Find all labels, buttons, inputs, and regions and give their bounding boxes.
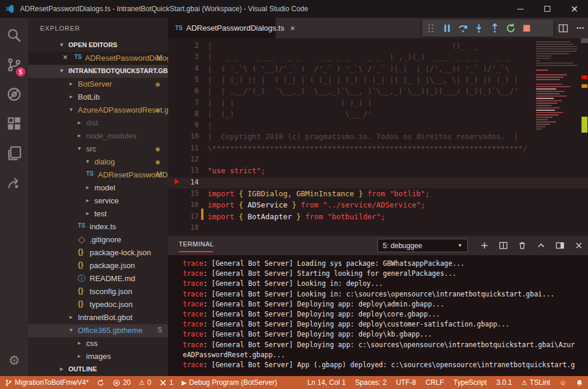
status-ln-14-col-1[interactable]: Ln 14, Col 1 bbox=[307, 378, 346, 387]
title-bar: ADResetPasswordDialogs.ts - IntranetBotQ… bbox=[0, 0, 588, 18]
section-open-editors[interactable]: ▾OPEN EDITORS bbox=[28, 39, 168, 52]
code-text: | Copyright 2018 (c) pragmatismo.io. Tod… bbox=[208, 132, 518, 141]
stop-icon[interactable] bbox=[521, 23, 532, 34]
restart-icon[interactable] bbox=[505, 23, 516, 34]
close-editor-icon[interactable]: ✕ bbox=[63, 54, 68, 61]
modified-dot-icon bbox=[156, 147, 160, 151]
status-crlf[interactable]: CRLF bbox=[425, 378, 444, 387]
minimap-row bbox=[536, 119, 548, 120]
status-label: TSLint bbox=[530, 378, 550, 387]
tree-item-node-modules[interactable]: ▸node_modules bbox=[28, 130, 168, 143]
settings-gear-icon[interactable]: ⚙ bbox=[0, 350, 28, 371]
add-icon[interactable] bbox=[480, 241, 489, 250]
minimap[interactable] bbox=[534, 38, 581, 236]
pause-icon[interactable] bbox=[442, 23, 452, 34]
open-editor-item[interactable]: ✕TSADResetPasswordDialog...M bbox=[28, 52, 168, 65]
status-bell[interactable] bbox=[576, 379, 583, 387]
status-error-circle[interactable]: 20 bbox=[113, 378, 130, 387]
status-spaces-2[interactable]: Spaces: 2 bbox=[355, 378, 386, 387]
panel-actions bbox=[480, 236, 583, 255]
status-smiley[interactable]: ☺ bbox=[560, 379, 566, 386]
tree-item-azureadpasswordreset-gba-[interactable]: ▾AzureADPasswordReset.gba... bbox=[28, 104, 168, 117]
code-editor[interactable]: 2| ()_ _3| _ _ _ __ _ _ _ _ _ _ _ _ | ,_… bbox=[168, 38, 588, 236]
status-play[interactable]: ▶Debug Program (BotServer) bbox=[182, 378, 277, 387]
tree-item-botlib[interactable]: ▸BotLib bbox=[28, 91, 168, 104]
step-over-icon[interactable] bbox=[458, 23, 468, 34]
tree-item-package-lock-json[interactable]: {}package-lock.json bbox=[28, 246, 168, 259]
terminal-tab-underline bbox=[179, 251, 213, 252]
close-panel-icon[interactable] bbox=[574, 241, 583, 250]
status-sync[interactable] bbox=[97, 379, 104, 387]
tree-item-tsconfig-json[interactable]: {}tsconfig.json bbox=[28, 285, 168, 298]
terminal-output[interactable]: trace: [General Bot Server] Loading sys … bbox=[183, 259, 588, 376]
activity-search-icon[interactable] bbox=[0, 22, 28, 48]
more-actions-icon[interactable]: ••• bbox=[576, 25, 584, 31]
code-text: | | ,__/'(_) `\__,_) `\__,_)`\__, )`\__,… bbox=[208, 87, 518, 95]
tree-item--gitignore[interactable]: .gitignore bbox=[28, 233, 168, 246]
scrollbar-thumb[interactable] bbox=[581, 38, 588, 43]
item-label: service bbox=[94, 196, 119, 205]
maximize-button[interactable] bbox=[534, 0, 561, 18]
tree-item-package-json[interactable]: {}package.json bbox=[28, 259, 168, 272]
chevron-right-icon: ▸ bbox=[70, 314, 73, 320]
terminal-tab[interactable]: TERMINAL bbox=[179, 240, 214, 248]
activity-source-control-icon[interactable]: 5 bbox=[0, 52, 28, 78]
status-typescript[interactable]: TypeScript bbox=[454, 378, 487, 387]
code-line-14: 14 bbox=[168, 177, 588, 189]
terminal-select[interactable]: 5: debuggee ▼ bbox=[377, 239, 468, 252]
minimap-row bbox=[536, 98, 554, 99]
tree-item-model[interactable]: ▸model bbox=[28, 182, 168, 194]
activity-extensions-icon[interactable] bbox=[0, 111, 28, 137]
ruler-mark bbox=[582, 117, 587, 133]
terminal-line: trace: [General Bot Server] Deploying ap… bbox=[183, 310, 588, 320]
tree-item-images[interactable]: ▸images bbox=[28, 350, 168, 363]
code-line-5: 5| | (_) )| | ( (_| | ( (_| | (_) ( (_| … bbox=[168, 75, 588, 86]
close-button[interactable]: ✕ bbox=[561, 0, 588, 18]
tree-item-dialog[interactable]: ▾dialog bbox=[28, 156, 168, 169]
modified-dot-icon bbox=[156, 83, 160, 87]
status-warning[interactable]: ⚠TSLint bbox=[521, 378, 550, 387]
split-terminal-icon[interactable] bbox=[499, 241, 508, 250]
section-intranetbotquickstart-gbai-wo-[interactable]: ▾INTRANETBOTQUICKSTART.GBAI (WO... bbox=[28, 65, 168, 78]
tab-close-icon[interactable]: × bbox=[290, 24, 295, 33]
activity-debug-disabled-icon[interactable] bbox=[0, 81, 28, 107]
tree-item-src[interactable]: ▾src bbox=[28, 143, 168, 156]
tree-item-index-ts[interactable]: TSindex.ts bbox=[28, 220, 168, 233]
tree-item-readme-md[interactable]: ⓘREADME.md bbox=[28, 272, 168, 285]
item-label: typedoc.json bbox=[90, 300, 133, 309]
chevron-up-icon[interactable] bbox=[537, 241, 546, 250]
tree-item-typedoc-json[interactable]: {}typedoc.json bbox=[28, 298, 168, 311]
section-outline[interactable]: ▸OUTLINE bbox=[28, 363, 168, 376]
status-tools[interactable]: 1 bbox=[159, 378, 173, 387]
split-editor-icon[interactable] bbox=[559, 24, 568, 33]
status-3-0-1[interactable]: 3.0.1 bbox=[497, 378, 513, 387]
minimize-button[interactable] bbox=[507, 0, 534, 18]
panel-toggle-icon[interactable] bbox=[556, 241, 564, 250]
step-out-icon[interactable] bbox=[490, 23, 500, 34]
sidebar-title: EXPLORER bbox=[28, 18, 168, 39]
tree-item-dist[interactable]: ▸dist bbox=[28, 117, 168, 130]
status-git-branch[interactable]: MigrationToBotFmwV4* bbox=[5, 378, 88, 387]
tree-item-test[interactable]: ▸test bbox=[28, 207, 168, 220]
code-line-17: 17import { BotAdapter } from "botbuilder… bbox=[168, 212, 588, 223]
terminal-line: trace: [General Bot Server] Deploying ap… bbox=[183, 330, 588, 340]
tree-item-css[interactable]: ▸css bbox=[28, 337, 168, 350]
item-label: README.md bbox=[90, 274, 135, 283]
status-utf-8[interactable]: UTF-8 bbox=[396, 378, 416, 387]
tree-item-intranetbot-gbot[interactable]: ▸IntranetBot.gbot bbox=[28, 311, 168, 324]
activity-pages-icon[interactable] bbox=[0, 140, 28, 166]
tree-item-adresetpassworddial-[interactable]: TSADResetPasswordDial...M bbox=[28, 169, 168, 182]
trash-icon[interactable] bbox=[518, 241, 527, 250]
step-into-icon[interactable] bbox=[474, 23, 484, 34]
tab-adresetpassworddialogs[interactable]: TS ADResetPasswordDialogs.ts × bbox=[168, 18, 275, 38]
item-label: BotServer bbox=[78, 80, 112, 88]
tree-item-office365-gbtheme[interactable]: ▾Office365.gbthemeS bbox=[28, 324, 168, 337]
tree-item-botserver[interactable]: ▸BotServer bbox=[28, 78, 168, 91]
terminal-line: trace: [General Bot Server] Looking in: … bbox=[183, 290, 588, 300]
status-warning[interactable]: ⚠0 bbox=[139, 378, 152, 387]
overview-ruler[interactable] bbox=[581, 38, 588, 236]
activity-share-icon[interactable] bbox=[0, 170, 28, 196]
panel-header: TERMINAL 5: debuggee ▼ bbox=[168, 236, 588, 255]
minimap-row bbox=[536, 107, 560, 108]
tree-item-service[interactable]: ▸service bbox=[28, 194, 168, 207]
